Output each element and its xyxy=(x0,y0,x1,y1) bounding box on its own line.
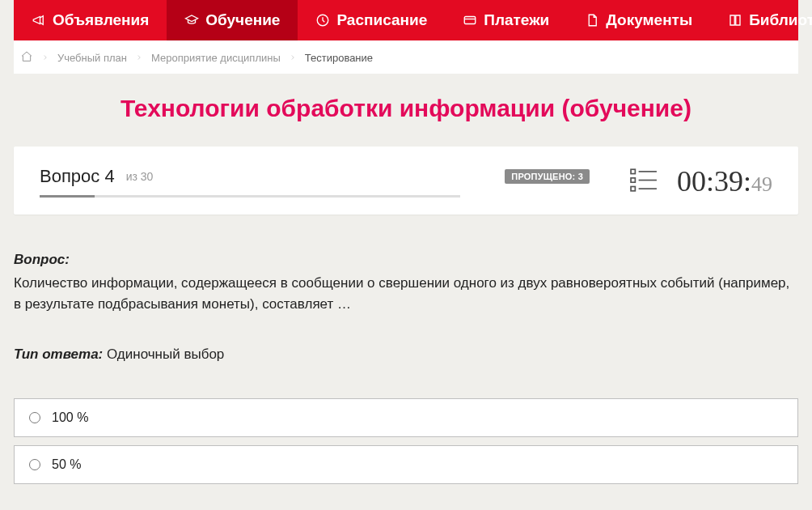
question-number: Вопрос 4 xyxy=(40,166,115,187)
breadcrumb-current: Тестирование xyxy=(305,52,373,64)
progress-bar xyxy=(40,195,460,198)
book-icon xyxy=(728,13,742,28)
answer-option[interactable]: 100 % xyxy=(14,398,798,437)
chevron-right-icon xyxy=(41,52,49,64)
nav-item-label: Объявления xyxy=(53,11,149,29)
breadcrumb-link-plan[interactable]: Учебный план xyxy=(57,52,127,64)
radio-input[interactable] xyxy=(29,459,40,470)
nav-item-label: Расписание xyxy=(336,11,427,29)
test-status-card: Вопрос 4 из 30 ПРОПУЩЕНО: 3 xyxy=(14,147,798,215)
answer-type: Тип ответа: Одиночный выбор xyxy=(14,346,798,363)
answer-option[interactable]: 50 % xyxy=(14,445,798,484)
progress-fill xyxy=(40,195,95,198)
timer-main: 00:39: xyxy=(677,164,751,198)
nav-item-label: Платежи xyxy=(484,11,549,29)
question-total: из 30 xyxy=(126,170,154,183)
answer-type-value: Одиночный выбор xyxy=(107,346,224,362)
chevron-right-icon xyxy=(135,52,143,64)
radio-input[interactable] xyxy=(29,412,40,423)
svg-rect-4 xyxy=(631,187,635,191)
nav-item-learning[interactable]: Обучение xyxy=(167,0,298,40)
nav-item-announcements[interactable]: Объявления xyxy=(14,0,167,40)
question-body: Вопрос: Количество информации, содержаще… xyxy=(14,215,798,508)
top-nav: Объявления Обучение Расписание Платежи xyxy=(14,0,798,40)
nav-item-label: Обучение xyxy=(205,11,280,29)
option-label: 100 % xyxy=(52,410,88,425)
nav-item-documents[interactable]: Документы xyxy=(567,0,710,40)
breadcrumb: Учебный план Мероприятие дисциплины Тест… xyxy=(14,40,798,74)
megaphone-icon xyxy=(32,13,46,28)
nav-item-payments[interactable]: Платежи xyxy=(445,0,567,40)
page-title: Технологии обработки информации (обучени… xyxy=(14,74,798,147)
nav-item-label: Библиотека xyxy=(749,11,812,29)
graduation-icon xyxy=(184,13,199,28)
question-list-icon[interactable] xyxy=(630,168,661,195)
svg-rect-1 xyxy=(464,17,476,24)
document-icon xyxy=(585,13,599,28)
timer-seconds: 49 xyxy=(751,172,772,197)
timer: 00:39:49 xyxy=(677,164,772,198)
clock-icon xyxy=(315,13,330,28)
chevron-right-icon xyxy=(289,52,297,64)
question-heading: Вопрос: xyxy=(14,252,798,268)
breadcrumb-link-event[interactable]: Мероприятие дисциплины xyxy=(151,52,281,64)
skipped-badge: ПРОПУЩЕНО: 3 xyxy=(505,169,590,184)
question-text: Количество информации, содержащееся в со… xyxy=(14,273,798,316)
answer-options: 100 % 50 % xyxy=(14,398,798,484)
nav-item-schedule[interactable]: Расписание xyxy=(298,0,445,40)
svg-rect-2 xyxy=(631,169,635,173)
card-icon xyxy=(463,13,477,28)
nav-item-label: Документы xyxy=(606,11,692,29)
option-label: 50 % xyxy=(52,457,81,472)
answer-type-label: Тип ответа: xyxy=(14,346,103,362)
nav-item-library[interactable]: Библиотека xyxy=(710,0,812,40)
svg-rect-3 xyxy=(631,178,635,182)
home-icon[interactable] xyxy=(20,50,33,66)
